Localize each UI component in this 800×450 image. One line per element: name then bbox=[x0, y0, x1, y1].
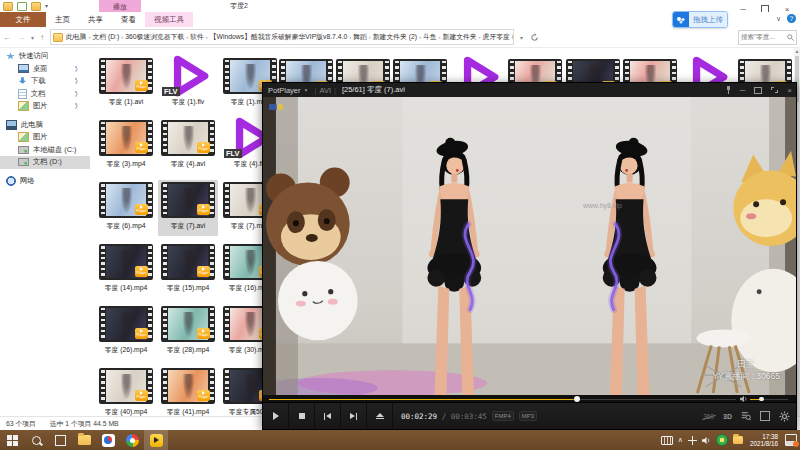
taskbar-search-button[interactable] bbox=[24, 430, 48, 450]
back-icon[interactable]: ← bbox=[3, 33, 11, 42]
taskbar-file-explorer[interactable] bbox=[72, 430, 96, 450]
potplayer-menu[interactable]: PotPlayer bbox=[268, 86, 301, 95]
file-item[interactable]: Player零度 (4).avi bbox=[158, 118, 218, 174]
sidebar-item-net[interactable]: 网络 bbox=[0, 175, 90, 188]
address-bar[interactable]: 此电脑›文档 (D:)›360极速浏览器下载›软件›【Windows】酷我音乐破… bbox=[50, 29, 514, 45]
scrollbar-up-icon[interactable]: ▲ bbox=[794, 48, 800, 54]
start-button[interactable] bbox=[0, 430, 24, 450]
vr360-icon[interactable]: 360 bbox=[703, 413, 714, 420]
file-item[interactable]: Player零度 (6).mp4 bbox=[96, 180, 156, 236]
pin-on-top-icon[interactable] bbox=[726, 86, 731, 94]
tab-home[interactable]: 主页 bbox=[46, 12, 79, 27]
address-dropdown-icon[interactable]: ▾ bbox=[520, 34, 523, 41]
tab-file[interactable]: 文件 bbox=[0, 12, 46, 27]
file-item[interactable]: Player零度 (7).avi bbox=[158, 180, 218, 236]
file-item-partial[interactable]: Player bbox=[333, 57, 389, 82]
breadcrumb-item[interactable]: 【Windows】酷我音乐破解豪华VIP版v8.7.4.0 bbox=[209, 32, 348, 42]
tray-folder-icon[interactable] bbox=[733, 436, 743, 444]
stop-button[interactable] bbox=[289, 403, 315, 429]
file-item[interactable]: Player零度 (14).mp4 bbox=[96, 242, 156, 298]
baidu-drag-upload-button[interactable]: 拖拽上传 bbox=[672, 11, 728, 28]
folder-icon[interactable] bbox=[31, 2, 41, 11]
breadcrumb-item[interactable]: 新建文件夹 bbox=[442, 32, 478, 42]
breadcrumb-item[interactable]: 360极速浏览器下载 bbox=[124, 32, 185, 42]
breadcrumb-item[interactable]: 文档 (D:) bbox=[91, 32, 120, 42]
taskbar-potplayer-active[interactable] bbox=[144, 430, 168, 450]
sidebar-item-star[interactable]: 快速访问 bbox=[0, 50, 90, 63]
potplayer-titlebar[interactable]: PotPlayer ▼ | AVI | [25/61] 零度 (7).avi ─… bbox=[263, 83, 796, 97]
settings-gear-icon[interactable] bbox=[779, 411, 790, 422]
volume-bar[interactable] bbox=[750, 399, 788, 400]
task-view-button[interactable] bbox=[48, 430, 72, 450]
tab-video-tools[interactable]: 视频工具 bbox=[145, 12, 193, 27]
threed-icon[interactable]: 3D bbox=[723, 413, 732, 420]
seek-bar[interactable] bbox=[269, 399, 736, 401]
file-item[interactable]: Player零度 (1).avi bbox=[96, 56, 156, 112]
pt-close-button[interactable]: × bbox=[787, 86, 792, 95]
file-item[interactable]: Player零度 (3).mp4 bbox=[96, 118, 156, 174]
checkbox-icon[interactable] bbox=[17, 2, 27, 11]
ime-keyboard-icon[interactable] bbox=[661, 436, 673, 445]
ribbon-collapse-icon[interactable]: ∨ bbox=[776, 15, 781, 23]
next-button[interactable] bbox=[341, 403, 367, 429]
pt-minimize-button[interactable]: ─ bbox=[740, 86, 746, 95]
file-item-partial[interactable]: Player bbox=[735, 57, 791, 82]
breadcrumb-item[interactable]: 舞蹈 bbox=[352, 32, 368, 42]
breadcrumb-item[interactable]: 斗鱼 bbox=[422, 32, 438, 42]
file-item[interactable]: Player零度 (41).mp4 bbox=[158, 366, 218, 422]
tab-share[interactable]: 共享 bbox=[79, 12, 112, 27]
hidden-icons-chevron[interactable]: ∧ bbox=[678, 436, 683, 444]
breadcrumb-item[interactable]: 软件 bbox=[189, 32, 205, 42]
recent-dropdown-icon[interactable]: ▾ bbox=[31, 34, 34, 41]
sidebar-item-pc[interactable]: 此电脑 bbox=[0, 119, 90, 132]
control-box-icon[interactable] bbox=[760, 411, 770, 421]
refresh-icon[interactable] bbox=[530, 33, 539, 42]
file-item-partial[interactable]: Player bbox=[390, 57, 446, 82]
contextual-tab-play[interactable]: 播放 bbox=[99, 0, 141, 12]
file-item[interactable]: FLV零度 (1).flv bbox=[158, 56, 218, 112]
action-center-button[interactable] bbox=[785, 434, 797, 446]
tab-view[interactable]: 查看 bbox=[112, 12, 145, 27]
sidebar-item-doc[interactable]: 文档 bbox=[0, 88, 90, 101]
forward-icon[interactable]: → bbox=[17, 33, 25, 42]
file-item-partial[interactable]: Player bbox=[276, 57, 332, 82]
play-button[interactable] bbox=[263, 403, 289, 429]
breadcrumb-item[interactable]: 新建文件夹 (2) bbox=[372, 32, 418, 42]
file-item[interactable]: Player零度 (15).mp4 bbox=[158, 242, 218, 298]
file-item-partial[interactable]: Player bbox=[505, 57, 561, 82]
sidebar-item-pic[interactable]: 图片 bbox=[0, 131, 90, 144]
pt-maximize-button[interactable] bbox=[754, 87, 762, 94]
tray-app-green-icon[interactable] bbox=[716, 434, 728, 446]
taskbar-clock[interactable]: 17:38 2021/8/16 bbox=[748, 433, 780, 448]
qat-dropdown-icon[interactable]: ▾ bbox=[45, 3, 48, 10]
open-button[interactable] bbox=[367, 403, 393, 429]
sidebar-item-drive[interactable]: 本地磁盘 (C:) bbox=[0, 144, 90, 157]
playlist-search-icon[interactable] bbox=[741, 411, 751, 421]
file-item[interactable]: Player零度 (26).mp4 bbox=[96, 304, 156, 360]
file-item-partial[interactable]: Player bbox=[620, 57, 676, 82]
pt-fullscreen-button[interactable] bbox=[771, 87, 778, 93]
file-item-partial[interactable]: FLV bbox=[448, 57, 504, 82]
up-icon[interactable]: ↑ bbox=[40, 33, 44, 42]
taskbar-netdisk[interactable] bbox=[96, 430, 120, 450]
breadcrumb-item[interactable]: 虎牙零度 福利 bbox=[482, 32, 514, 42]
breadcrumb-item[interactable]: 此电脑 bbox=[65, 32, 87, 42]
video-display-area[interactable]: www.hy8.vip 田宝 YY直播间 : 30665 bbox=[263, 97, 796, 395]
tray-speaker-icon[interactable] bbox=[702, 436, 711, 445]
move-cross-icon[interactable] bbox=[688, 436, 697, 445]
file-item[interactable]: Player零度 (28).mp4 bbox=[158, 304, 218, 360]
volume-knob[interactable] bbox=[759, 397, 764, 402]
sidebar-item-desktop[interactable]: 桌面 bbox=[0, 63, 90, 76]
previous-button[interactable] bbox=[315, 403, 341, 429]
folder-icon[interactable] bbox=[3, 2, 13, 11]
video-logo bbox=[269, 104, 283, 110]
sidebar-item-drive[interactable]: 文档 (D:) bbox=[0, 156, 90, 169]
sidebar-item-pic[interactable]: 图片 bbox=[0, 100, 90, 113]
file-item[interactable]: Player零度 (40).mp4 bbox=[96, 366, 156, 422]
file-item-partial[interactable]: Player bbox=[563, 57, 619, 82]
taskbar-browser[interactable] bbox=[120, 430, 144, 450]
help-icon[interactable]: ? bbox=[787, 14, 796, 23]
sidebar-item-download[interactable]: 下载 bbox=[0, 75, 90, 88]
file-item-partial[interactable]: FLV bbox=[677, 57, 733, 82]
search-input[interactable]: 搜索"零度... bbox=[738, 30, 797, 45]
